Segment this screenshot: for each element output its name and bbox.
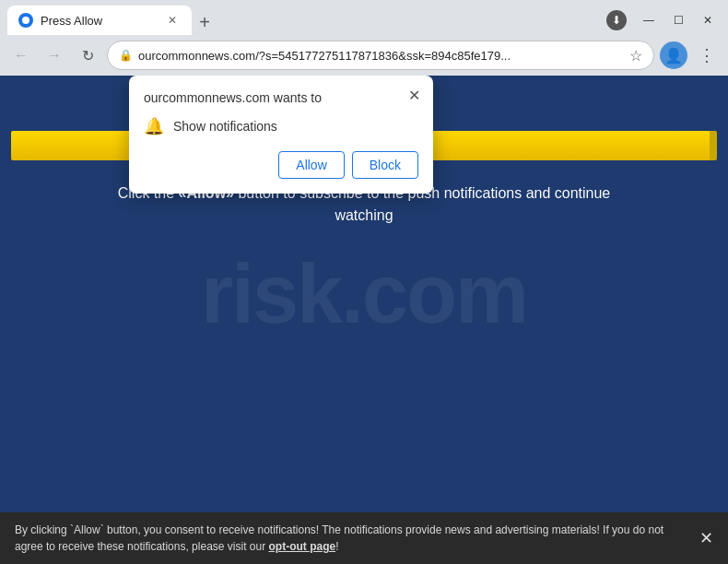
tab-close-button[interactable]: ✕ xyxy=(164,12,181,29)
watermark-text: risk.com xyxy=(201,247,527,342)
bottom-notification-bar: By clicking `Allow` button, you consent … xyxy=(0,512,728,564)
title-bar: Press Allow ✕ + ⬇ — ☐ ✕ xyxy=(0,0,728,35)
bookmark-icon[interactable]: ☆ xyxy=(629,47,642,65)
bottom-bar-text-after: ! xyxy=(335,540,338,553)
maximize-button[interactable]: ☐ xyxy=(665,11,691,29)
profile-button[interactable]: 👤 xyxy=(660,41,687,69)
tab-title: Press Allow xyxy=(41,14,157,28)
browser-window: Press Allow ✕ + ⬇ — ☐ ✕ ← → ↻ 🔒 ourcommo… xyxy=(0,0,728,564)
bottom-bar-close-button[interactable]: ✕ xyxy=(699,526,713,551)
address-bar[interactable]: 🔒 ourcommonnews.com/?s=54517727511787183… xyxy=(107,41,654,70)
permission-dialog: ✕ ourcommonnews.com wants to 🔔 Show noti… xyxy=(129,76,433,194)
allow-button[interactable]: Allow xyxy=(278,151,344,179)
download-icon: ⬇ xyxy=(606,10,627,30)
bottom-bar-text-before: By clicking `Allow` button, you consent … xyxy=(15,523,663,553)
profile-icon: 👤 xyxy=(664,47,683,65)
address-text: ourcommonnews.com/?s=545177275117871836&… xyxy=(138,49,624,63)
dialog-buttons: Allow Block xyxy=(144,151,418,179)
cta-line2: watching xyxy=(335,207,393,223)
more-options-button[interactable]: ⋮ xyxy=(693,41,721,69)
forward-button[interactable]: → xyxy=(41,41,68,69)
page-content: risk.com ✕ ourcommonnews.com wants to 🔔 … xyxy=(0,76,728,512)
back-button[interactable]: ← xyxy=(7,41,35,69)
tab-area: Press Allow ✕ + xyxy=(7,6,601,35)
bottom-bar-text: By clicking `Allow` button, you consent … xyxy=(15,522,688,555)
dialog-permission-row: 🔔 Show notifications xyxy=(144,116,418,136)
lock-icon: 🔒 xyxy=(119,49,133,62)
close-button[interactable]: ✕ xyxy=(695,11,721,29)
new-tab-button[interactable]: + xyxy=(192,9,217,35)
dialog-close-button[interactable]: ✕ xyxy=(404,85,424,105)
toolbar: ← → ↻ 🔒 ourcommonnews.com/?s=54517727511… xyxy=(0,35,728,76)
bell-icon: 🔔 xyxy=(144,116,164,136)
tab-favicon xyxy=(18,13,33,28)
minimize-button[interactable]: — xyxy=(636,11,662,29)
window-controls: — ☐ ✕ xyxy=(636,11,721,29)
block-button[interactable]: Block xyxy=(352,151,418,179)
dialog-permission-label: Show notifications xyxy=(173,119,277,134)
reload-button[interactable]: ↻ xyxy=(74,41,101,69)
active-tab[interactable]: Press Allow ✕ xyxy=(7,6,192,35)
dialog-site-text: ourcommonnews.com wants to xyxy=(144,90,418,105)
opt-out-link[interactable]: opt-out page xyxy=(268,540,335,553)
